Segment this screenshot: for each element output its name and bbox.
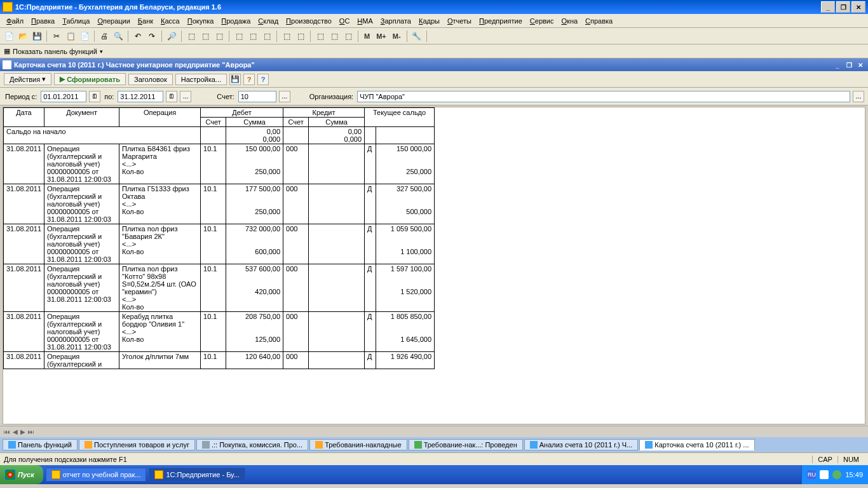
- table-row[interactable]: 31.08.2011Операция (бухгалтерский и нало…: [4, 184, 435, 224]
- menu-производство[interactable]: Производство: [282, 16, 336, 26]
- cell-op: Плитка пол фриз "Бавария 2К"<...>Кол-во: [119, 224, 201, 264]
- settings-button[interactable]: Настройка...: [175, 74, 227, 85]
- nav-next-icon[interactable]: ▶: [20, 428, 25, 435]
- clock[interactable]: 15:49: [845, 471, 863, 478]
- mdi-tab[interactable]: .:: Покупка, комиссия. Про...: [196, 439, 308, 451]
- form-button[interactable]: ▶Сформировать: [54, 73, 126, 85]
- taskbar-task[interactable]: отчет по учебной прак...: [46, 468, 147, 482]
- tool2-icon[interactable]: ⬚: [199, 30, 212, 43]
- menu-склад[interactable]: Склад: [254, 16, 282, 26]
- preview-icon[interactable]: 🔍: [112, 30, 125, 43]
- menu-окна[interactable]: Окна: [558, 16, 582, 26]
- menu-операции[interactable]: Операции: [93, 16, 133, 26]
- table-row[interactable]: 31.08.2011Операция (бухгалтерский и нало…: [4, 144, 435, 184]
- mdi-tab[interactable]: Поступления товаров и услуг: [79, 439, 195, 451]
- menu-правка[interactable]: Правка: [27, 16, 58, 26]
- tool3-icon[interactable]: ⬚: [213, 30, 226, 43]
- menu-продажа[interactable]: Продажа: [217, 16, 254, 26]
- period-from-input[interactable]: [41, 91, 86, 102]
- period-dots-button[interactable]: ...: [180, 91, 191, 102]
- chevron-down-icon[interactable]: ▾: [100, 48, 103, 55]
- undo-icon[interactable]: ↶: [132, 30, 144, 43]
- menu-касса[interactable]: Касса: [157, 16, 184, 26]
- nav-last-icon[interactable]: ⏭: [28, 428, 34, 435]
- table-row[interactable]: 31.08.2011Операция (бухгалтерский и нало…: [4, 224, 435, 264]
- tool8-icon[interactable]: ⬚: [294, 30, 307, 43]
- print-icon[interactable]: 🖨: [98, 30, 111, 43]
- period-to-input[interactable]: [118, 91, 163, 102]
- nav-first-icon[interactable]: ⏮: [4, 428, 10, 435]
- mdi-tab[interactable]: Требования-накладные: [309, 439, 407, 451]
- menu-покупка[interactable]: Покупка: [184, 16, 218, 26]
- help-icon[interactable]: ?: [243, 74, 255, 85]
- header-button[interactable]: Заголовок: [128, 74, 173, 85]
- tool1-icon[interactable]: ⬚: [185, 30, 198, 43]
- tool4-icon[interactable]: ⬚: [233, 30, 245, 43]
- find-icon[interactable]: 🔎: [165, 30, 178, 43]
- open-icon[interactable]: 📂: [17, 30, 29, 43]
- tool5-icon[interactable]: ⬚: [247, 30, 259, 43]
- menu-банк[interactable]: Банк: [134, 16, 157, 26]
- org-input[interactable]: [357, 91, 850, 102]
- m-button[interactable]: M: [362, 31, 372, 41]
- new-icon[interactable]: 📄: [3, 30, 15, 43]
- menu-кадры[interactable]: Кадры: [415, 16, 444, 26]
- help2-icon[interactable]: ?: [257, 74, 269, 85]
- menu-ос[interactable]: ОС: [336, 16, 354, 26]
- table-row[interactable]: 31.08.2011Операция (бухгалтерский и нало…: [4, 312, 435, 352]
- tool6-icon[interactable]: ⬚: [261, 30, 273, 43]
- taskbar-task[interactable]: 1С:Предприятие - Бу...: [149, 468, 245, 482]
- menu-нма[interactable]: НМА: [353, 16, 376, 26]
- nav-prev-icon[interactable]: ◀: [13, 428, 18, 435]
- m-minus-button[interactable]: M-: [390, 31, 403, 41]
- menu-таблица[interactable]: Таблица: [58, 16, 93, 26]
- menu-отчеты[interactable]: Отчеты: [444, 16, 475, 26]
- account-dots-button[interactable]: ...: [279, 91, 290, 102]
- tool9-icon[interactable]: ⬚: [314, 30, 327, 43]
- cut-icon[interactable]: ✂: [50, 30, 63, 43]
- grid-icon[interactable]: ▦: [4, 47, 10, 55]
- m-plus-button[interactable]: M+: [374, 31, 389, 41]
- maximize-button[interactable]: ❐: [836, 1, 850, 13]
- paste-icon[interactable]: 📄: [78, 30, 91, 43]
- cell-csum: [309, 312, 365, 352]
- tray-icon-2[interactable]: [832, 470, 841, 479]
- cell-op: Уголок д/плитки 7мм: [119, 352, 201, 369]
- menu-справка[interactable]: Справка: [581, 16, 616, 26]
- wrench-icon[interactable]: 🔧: [410, 30, 423, 43]
- org-dots-button[interactable]: ...: [853, 91, 864, 102]
- calendar-to-icon[interactable]: 🗓: [166, 91, 177, 102]
- mdi-tab[interactable]: Требование-нак...: Проведен: [409, 439, 523, 451]
- doc-restore-button[interactable]: ❐: [844, 60, 854, 69]
- tool7-icon[interactable]: ⬚: [280, 30, 293, 43]
- show-func-panel-button[interactable]: Показать панель функций: [13, 48, 97, 55]
- mdi-tab[interactable]: Панель функций: [3, 439, 78, 451]
- menu-сервис[interactable]: Сервис: [526, 16, 558, 26]
- minimize-button[interactable]: _: [821, 1, 835, 13]
- tool11-icon[interactable]: ⬚: [342, 30, 355, 43]
- th-csum: Сумма: [309, 118, 365, 127]
- doc-close-button[interactable]: ✕: [855, 60, 865, 69]
- mdi-tab[interactable]: Анализ счета 10 (2011 г.) Ч...: [524, 439, 639, 451]
- doc-minimize-button[interactable]: _: [832, 60, 843, 69]
- tool10-icon[interactable]: ⬚: [328, 30, 341, 43]
- close-button[interactable]: ✕: [851, 1, 865, 13]
- mdi-tab[interactable]: Карточка счета 10 (2011 г.) ...: [639, 439, 754, 451]
- account-input[interactable]: [238, 91, 276, 102]
- report-area[interactable]: Дата Документ Операция Дебет Кредит Теку…: [3, 107, 865, 424]
- save-icon[interactable]: 💾: [31, 30, 43, 43]
- menu-зарплата[interactable]: Зарплата: [377, 16, 415, 26]
- tray-icon-1[interactable]: [820, 470, 829, 479]
- table-row[interactable]: 31.08.2011Операция (бухгалтерский иУголо…: [4, 352, 435, 369]
- menu-предприятие[interactable]: Предприятие: [475, 16, 526, 26]
- start-button[interactable]: Пуск: [0, 465, 43, 484]
- actions-dropdown[interactable]: Действия ▾: [4, 73, 51, 85]
- lang-indicator[interactable]: RU: [807, 470, 816, 479]
- table-row[interactable]: 31.08.2011Операция (бухгалтерский и нало…: [4, 264, 435, 312]
- calendar-from-icon[interactable]: 🗓: [89, 91, 100, 102]
- copy-icon[interactable]: 📋: [64, 30, 77, 43]
- cell-doc: Операция (бухгалтерский и налоговый учет…: [44, 224, 119, 264]
- save-report-icon[interactable]: 💾: [229, 74, 241, 85]
- menu-файл[interactable]: Файл: [3, 16, 27, 26]
- redo-icon[interactable]: ↷: [146, 30, 158, 43]
